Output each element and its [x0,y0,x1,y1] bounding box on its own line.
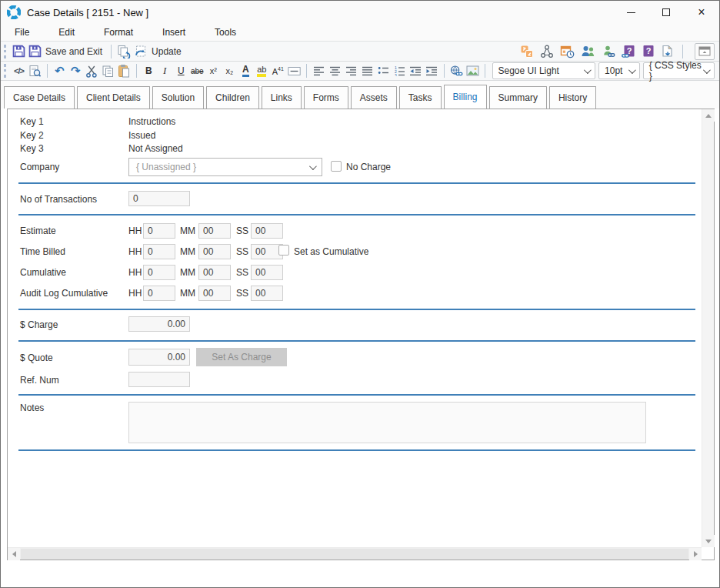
horizontal-scrollbar[interactable] [8,547,702,560]
tab-history[interactable]: History [549,86,596,109]
toolbar-separator [444,64,445,78]
horizontal-scroll-thumb[interactable] [21,549,688,560]
save-and-exit-label[interactable]: Save and Exit [43,46,107,57]
horizontal-rule-button[interactable] [286,62,302,79]
tab-solution[interactable]: Solution [152,86,204,109]
export-button[interactable] [659,43,675,60]
align-right-button[interactable] [343,62,359,79]
collapse-panel-button[interactable] [695,43,715,60]
print-preview-button[interactable] [27,62,43,79]
cumulative-mm-input[interactable] [198,265,231,280]
superscript-button[interactable]: x² [205,62,222,79]
minimize-button[interactable] [613,1,648,24]
font-size-dropdown[interactable]: 10pt [598,62,640,79]
tab-assets[interactable]: Assets [351,86,397,109]
help-button[interactable]: ? [640,43,656,60]
tab-forms[interactable]: Forms [304,86,348,109]
save-and-exit-button[interactable] [27,43,43,60]
insert-image-button[interactable] [465,62,481,79]
set-as-charge-button[interactable]: Set As Charge [196,348,287,366]
tab-tasks[interactable]: Tasks [399,86,442,109]
estimate-ss-input[interactable] [251,223,283,239]
cut-button[interactable] [84,62,100,79]
schedule-button[interactable] [558,43,576,60]
time-billed-hh-input[interactable] [143,244,175,259]
tab-client-details[interactable]: Client Details [77,86,150,109]
highlight-button[interactable]: ab [254,62,270,79]
no-charge-checkbox[interactable] [331,161,342,172]
italic-button[interactable]: I [157,62,173,79]
scroll-right-button[interactable] [689,548,702,560]
audit-hh-input[interactable] [143,286,175,301]
menu-tools[interactable]: Tools [210,25,241,39]
font-color-button[interactable]: A [238,62,254,79]
strikethrough-button[interactable]: abe [189,62,205,79]
align-left-button[interactable] [311,62,327,79]
company-select[interactable]: { Unassigned } [128,158,322,176]
save-button[interactable] [11,43,27,60]
ref-num-input[interactable] [128,372,190,387]
font-name-dropdown[interactable]: Segoe UI Light [492,62,596,79]
company-value: { Unassigned } [136,162,196,172]
swap-case-button[interactable] [518,43,535,60]
cumulative-ss-input[interactable] [251,265,283,280]
company-label: Company [20,162,59,172]
set-as-cumulative-checkbox[interactable] [278,245,289,256]
underline-button[interactable]: U [173,62,189,79]
notes-textarea[interactable] [128,402,646,443]
tab-billing[interactable]: Billing [444,85,487,109]
panel-toggle-icon [698,46,711,56]
copy-button[interactable] [100,62,116,79]
char-code-button[interactable]: A41 [270,62,286,79]
link-help-button[interactable]: ? [620,43,637,60]
html-view-button[interactable]: </> [11,62,27,79]
toolbar-separator [682,45,683,58]
subscript-button[interactable]: x₂ [222,62,238,79]
tab-summary[interactable]: Summary [489,86,547,109]
quote-input[interactable] [128,349,190,366]
audit-mm-input[interactable] [198,286,231,301]
time-billed-mm-input[interactable] [198,244,231,259]
numbered-list-button[interactable]: 123 [392,62,408,79]
outdent-button[interactable] [408,62,424,79]
menu-file[interactable]: File [10,25,34,39]
align-center-button[interactable] [327,62,343,79]
tab-children[interactable]: Children [206,86,259,109]
estimate-mm-input[interactable] [198,223,231,239]
scroll-left-button[interactable] [8,548,20,560]
hyperlink-button[interactable] [448,62,465,79]
link-contact-button[interactable] [600,43,617,60]
tab-case-details[interactable]: Case Details [4,86,75,109]
bullet-list-button[interactable] [375,62,392,79]
scroll-up-button[interactable] [702,109,715,122]
scroll-down-button[interactable] [702,535,715,547]
menu-edit[interactable]: Edit [54,25,79,39]
justify-button[interactable] [359,62,375,79]
contacts-button[interactable] [579,43,597,60]
toolbar-separator [485,64,485,78]
estimate-hh-input[interactable] [143,223,175,239]
indent-button[interactable] [424,62,440,79]
strikethrough-icon: abe [191,67,204,75]
redo-button[interactable]: ↷ [68,62,84,79]
audit-ss-input[interactable] [251,286,283,301]
tab-links[interactable]: Links [262,86,302,109]
css-styles-dropdown[interactable]: { CSS Styles } [643,62,715,79]
transactions-input[interactable] [128,191,190,206]
maximize-button[interactable] [648,1,684,24]
undo-button[interactable]: ↶ [52,62,68,79]
menu-insert[interactable]: Insert [158,25,190,39]
paste-button[interactable] [116,62,132,79]
update-button[interactable] [132,43,149,60]
update-label[interactable]: Update [149,46,186,57]
relationships-button[interactable] [538,43,555,60]
refresh-pages-button[interactable] [115,43,132,60]
menu-format[interactable]: Format [99,25,138,39]
close-button[interactable]: × [684,1,719,24]
toolbar-grip[interactable] [4,45,6,58]
vertical-scrollbar[interactable] [702,109,714,547]
bold-button[interactable]: B [141,62,157,79]
charge-input[interactable] [128,316,190,332]
toolbar-grip[interactable] [4,64,6,78]
cumulative-hh-input[interactable] [143,265,175,280]
